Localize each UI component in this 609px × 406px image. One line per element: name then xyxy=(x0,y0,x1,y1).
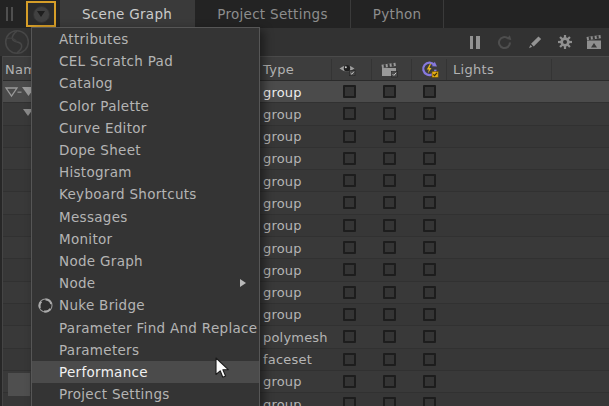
panel-chooser-button[interactable] xyxy=(26,1,56,27)
menu-item-label: Dope Sheet xyxy=(59,142,141,158)
render-checkbox[interactable] xyxy=(383,308,396,321)
render-checkbox[interactable] xyxy=(383,375,396,388)
column-header-lights[interactable]: Lights xyxy=(453,57,494,82)
render-checkbox[interactable] xyxy=(383,152,396,165)
menu-item[interactable]: Node Graph xyxy=(32,250,259,272)
menu-item-label: Attributes xyxy=(59,31,129,47)
gear-icon xyxy=(557,34,573,50)
tab[interactable]: Python xyxy=(351,0,445,28)
column-header-live-render[interactable] xyxy=(420,57,439,82)
visibility-checkbox[interactable] xyxy=(343,353,356,366)
panel-type-menu: Attributes CEL Scratch Pad xyxy=(31,27,260,406)
pause-button[interactable] xyxy=(466,34,483,51)
type-cell: group xyxy=(263,81,302,103)
live-render-checkbox[interactable] xyxy=(423,241,436,254)
render-checkbox[interactable] xyxy=(383,286,396,299)
column-header-render[interactable] xyxy=(381,57,399,82)
live-render-checkbox[interactable] xyxy=(423,330,436,343)
visibility-checkbox[interactable] xyxy=(343,107,356,120)
type-cell: group xyxy=(263,215,302,237)
column-separator xyxy=(411,59,412,80)
visibility-checkbox[interactable] xyxy=(343,241,356,254)
menu-item[interactable]: Performance xyxy=(32,361,259,383)
menu-item-label: Monitor xyxy=(59,231,112,247)
render-checkbox[interactable] xyxy=(383,85,396,98)
menu-item[interactable]: Project Settings xyxy=(32,383,259,405)
scrollbar-track[interactable] xyxy=(0,56,3,406)
column-header-type[interactable]: Type xyxy=(263,57,294,82)
live-render-checkbox[interactable] xyxy=(423,174,436,187)
menu-item-label: Keyboard Shortcuts xyxy=(59,186,197,202)
menu-item-label: Parameters xyxy=(59,342,139,358)
menu-item[interactable]: Attributes xyxy=(32,28,259,50)
render-checkbox[interactable] xyxy=(383,219,396,232)
type-cell: group xyxy=(263,282,302,304)
visibility-checkbox[interactable] xyxy=(343,330,356,343)
render-checkbox[interactable] xyxy=(383,107,396,120)
menu-item[interactable]: Catalog xyxy=(32,72,259,94)
menu-item[interactable]: Keyboard Shortcuts xyxy=(32,183,259,205)
live-render-checkbox[interactable] xyxy=(423,263,436,276)
menu-item[interactable]: Messages xyxy=(32,206,259,228)
visibility-checkbox[interactable] xyxy=(343,85,356,98)
menu-item[interactable]: Parameter Find And Replace xyxy=(32,316,259,338)
live-render-checkbox[interactable] xyxy=(423,397,436,406)
render-checkbox[interactable] xyxy=(383,174,396,187)
menu-item[interactable]: Parameters xyxy=(32,339,259,361)
type-cell: group xyxy=(263,259,302,281)
render-checkbox[interactable] xyxy=(383,353,396,366)
live-render-checkbox[interactable] xyxy=(423,286,436,299)
live-render-checkbox[interactable] xyxy=(423,130,436,143)
visibility-checkbox[interactable] xyxy=(343,397,356,406)
pencil-icon xyxy=(527,34,543,50)
visibility-checkbox[interactable] xyxy=(343,375,356,388)
live-render-checkbox[interactable] xyxy=(423,85,436,98)
visibility-checkbox[interactable] xyxy=(343,263,356,276)
type-cell: polymesh xyxy=(263,326,328,348)
render-checkbox[interactable] xyxy=(383,196,396,209)
menu-item[interactable]: Monitor xyxy=(32,228,259,250)
settings-button[interactable] xyxy=(556,34,573,51)
visibility-checkbox[interactable] xyxy=(343,308,356,321)
live-render-checkbox[interactable] xyxy=(423,353,436,366)
menu-item[interactable]: Node xyxy=(32,272,259,294)
menu-item[interactable]: Color Palette xyxy=(32,95,259,117)
column-separator xyxy=(446,59,447,80)
visibility-checkbox[interactable] xyxy=(343,174,356,187)
menu-item[interactable]: Histogram xyxy=(32,161,259,183)
live-render-checkbox[interactable] xyxy=(423,196,436,209)
column-header-visibility[interactable] xyxy=(338,57,356,82)
render-checkbox[interactable] xyxy=(383,330,396,343)
tab[interactable]: Scene Graph xyxy=(60,0,195,28)
live-render-checkbox[interactable] xyxy=(423,107,436,120)
type-cell: group xyxy=(263,393,302,406)
render-checkbox[interactable] xyxy=(383,130,396,143)
column-separator xyxy=(371,59,372,80)
menu-item[interactable]: Dope Sheet xyxy=(32,139,259,161)
render-checkbox[interactable] xyxy=(383,263,396,276)
drag-handle-icon[interactable] xyxy=(6,7,14,21)
render-checkbox[interactable] xyxy=(383,241,396,254)
visibility-checkbox[interactable] xyxy=(343,286,356,299)
column-separator xyxy=(551,59,552,80)
live-render-checkbox[interactable] xyxy=(423,375,436,388)
menu-item[interactable]: CEL Scratch Pad xyxy=(32,50,259,72)
sync-button[interactable] xyxy=(496,34,513,51)
menu-item-label: Parameter Find And Replace xyxy=(59,320,257,336)
render-checkbox[interactable] xyxy=(383,397,396,406)
live-render-checkbox[interactable] xyxy=(423,219,436,232)
type-cell: group xyxy=(263,103,302,125)
menu-item[interactable]: Curve Editor xyxy=(32,117,259,139)
live-render-checkbox[interactable] xyxy=(423,308,436,321)
edit-button[interactable] xyxy=(526,34,543,51)
visibility-checkbox[interactable] xyxy=(343,196,356,209)
menu-item-label: Messages xyxy=(59,209,128,225)
menu-item-label: Node Graph xyxy=(59,253,143,269)
visibility-checkbox[interactable] xyxy=(343,130,356,143)
visibility-checkbox[interactable] xyxy=(343,152,356,165)
render-settings-button[interactable] xyxy=(586,34,603,51)
menu-item[interactable]: Nuke Bridge xyxy=(32,294,259,316)
tab[interactable]: Project Settings xyxy=(195,0,351,28)
live-render-checkbox[interactable] xyxy=(423,152,436,165)
visibility-checkbox[interactable] xyxy=(343,219,356,232)
